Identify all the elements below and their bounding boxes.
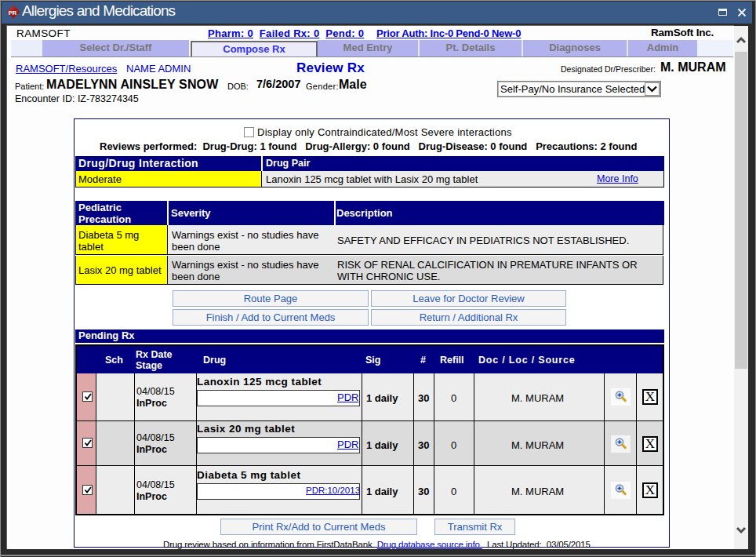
svg-text:PR: PR [9,9,17,16]
